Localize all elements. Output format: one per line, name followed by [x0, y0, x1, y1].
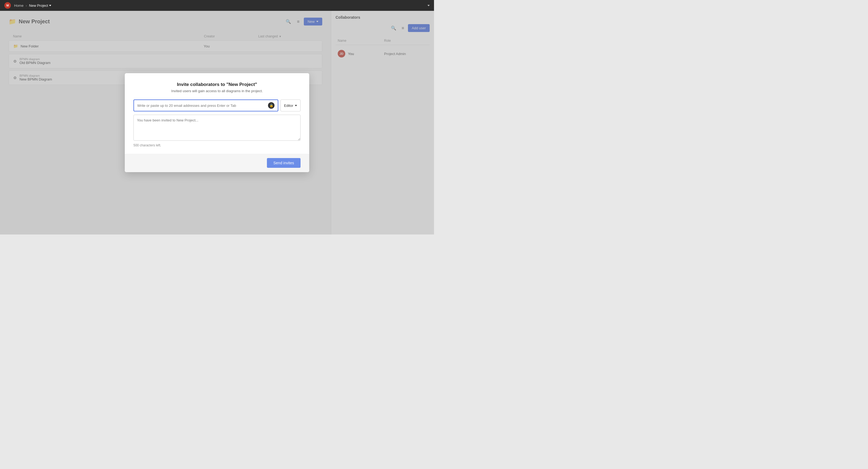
- message-textarea[interactable]: [133, 115, 301, 141]
- nav-dropdown-icon[interactable]: [428, 5, 430, 6]
- breadcrumb-home[interactable]: Home: [14, 3, 24, 8]
- modal-overlay[interactable]: Invite collaborators to "New Project" In…: [0, 11, 434, 234]
- modal-footer: Send invites: [125, 154, 309, 172]
- breadcrumb: Home › New Project: [14, 3, 51, 8]
- role-chevron-icon: [295, 105, 297, 106]
- role-select[interactable]: Editor: [280, 100, 301, 111]
- char-count: 500 characters left.: [133, 143, 301, 147]
- breadcrumb-chevron-icon: [49, 5, 51, 6]
- send-invites-button[interactable]: Send invites: [267, 158, 301, 168]
- nav-right: [428, 3, 430, 8]
- email-input-wrapper: 🔒: [133, 100, 278, 111]
- breadcrumb-current[interactable]: New Project: [29, 3, 51, 8]
- invite-modal: Invite collaborators to "New Project" In…: [125, 73, 309, 172]
- breadcrumb-separator: ›: [26, 3, 27, 8]
- top-navigation: M Home › New Project: [0, 0, 434, 11]
- modal-body: Invite collaborators to "New Project" In…: [125, 73, 309, 154]
- email-input[interactable]: [137, 104, 266, 108]
- email-row: 🔒 Editor: [133, 100, 301, 111]
- user-lock-icon: 🔒: [268, 102, 275, 109]
- modal-subtitle: Invited users will gain access to all di…: [133, 89, 301, 93]
- modal-title: Invite collaborators to "New Project": [133, 82, 301, 87]
- role-selected: Editor: [284, 104, 293, 108]
- app-icon: M: [4, 2, 11, 9]
